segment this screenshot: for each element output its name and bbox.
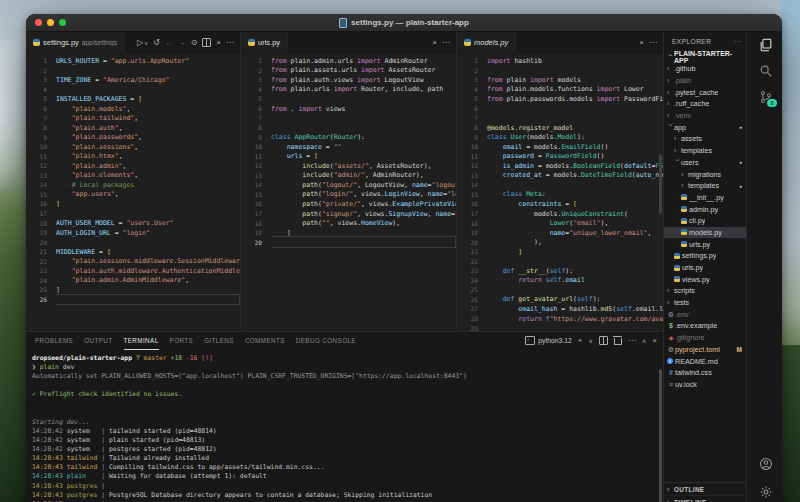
code-line[interactable]: 13········include("admin/", AdminRouter)… [241, 171, 456, 181]
source-control-activity-icon[interactable]: 2 [747, 84, 782, 110]
code-line[interactable]: 20············), [457, 237, 663, 247]
panel-tab-debug-console[interactable]: DEBUG CONSOLE [296, 332, 356, 350]
code-line[interactable]: 23····def __str__(self): [457, 266, 663, 276]
code-line[interactable]: 27········email_hash = hashlib.md5(self.… [457, 304, 663, 314]
close-editor-icon[interactable]: × [639, 39, 644, 47]
code-line[interactable]: 18AUTH_USER_MODEL = "users.User" [26, 218, 240, 228]
code-line[interactable]: 19················name="unique_lower_ema… [457, 228, 663, 238]
file-models-py[interactable]: models.py [664, 227, 746, 239]
code-line[interactable]: 20 [241, 237, 456, 247]
code-line[interactable]: 3from plain.auth.views import LogoutView [241, 75, 456, 85]
code-line[interactable]: 14 [457, 180, 663, 190]
close-panel-icon[interactable]: × [652, 337, 657, 345]
account-icon[interactable] [759, 457, 773, 475]
code-line[interactable]: 14········path("logout/", LogoutView, na… [241, 180, 456, 190]
file-admin-py[interactable]: admin.py [664, 203, 746, 215]
undo-navigation-icon[interactable]: ↺ [153, 39, 160, 47]
code-line[interactable]: 25 [457, 285, 663, 295]
minimize-window-button[interactable] [47, 19, 54, 26]
code-line[interactable]: 6from . import views [241, 104, 456, 114]
file-urls-py[interactable]: urls.py [664, 238, 746, 250]
code-editor-models[interactable]: 1import hashlib23from plain import model… [457, 54, 663, 331]
code-line[interactable]: 16········constraints = [ [457, 199, 663, 209]
code-line[interactable]: 3from plain import models [457, 75, 663, 85]
tab-settings-py[interactable]: settings.py app/settings [26, 32, 125, 53]
code-line[interactable]: 17········path("signup/", views.SignupVi… [241, 209, 456, 219]
file--init-py[interactable]: __init__.py [664, 192, 746, 204]
folder--pytest-cache[interactable]: ›.pytest_cache [664, 86, 746, 98]
more-actions-icon[interactable]: ⋯ [226, 39, 234, 47]
panel-tab-terminal[interactable]: TERMINAL [124, 332, 159, 350]
titlebar[interactable]: settings.py — plain-starter-app [26, 14, 782, 32]
close-window-button[interactable] [35, 19, 42, 26]
folder-tests[interactable]: ›tests [664, 297, 746, 309]
terminal-output[interactable]: dropseed/plain-starter-app ϒ master +18 … [26, 349, 663, 502]
code-line[interactable]: 1from plain.admin.urls import AdminRoute… [241, 56, 456, 66]
panel-more-icon[interactable]: ⋯ [628, 337, 636, 345]
code-line[interactable]: 5from plain.passwords.models import Pass… [457, 94, 663, 104]
code-line[interactable]: 2from plain.assets.urls import AssetsRou… [241, 66, 456, 76]
code-line[interactable]: 16] [26, 199, 240, 209]
folder-assets[interactable]: ›assets [664, 133, 746, 145]
code-line[interactable]: 22 [457, 256, 663, 266]
terminal-dropdown-icon[interactable]: ∨ [589, 338, 593, 344]
file-views-py[interactable]: views.py [664, 273, 746, 285]
code-editor-urls[interactable]: 1from plain.admin.urls import AdminRoute… [241, 54, 456, 331]
code-line[interactable]: 1import hashlib [457, 56, 663, 66]
split-terminal-icon[interactable] [599, 336, 608, 345]
file-uv-lock[interactable]: ≡uv.lock [664, 379, 746, 391]
code-line[interactable]: 21MIDDLEWARE = [ [26, 247, 240, 257]
file--env[interactable]: ⚙.env [664, 308, 746, 320]
code-line[interactable]: 6 [457, 104, 663, 114]
code-line[interactable]: 7····"plain.tailwind", [26, 113, 240, 123]
code-line[interactable]: 10····"plain.sessions", [26, 142, 240, 152]
code-line[interactable]: 15········path("login/", views.LoginView… [241, 190, 456, 200]
code-line[interactable]: 4 [26, 85, 240, 95]
code-line[interactable]: 5INSTALLED_PACKAGES = [ [26, 94, 240, 104]
code-line[interactable]: 3TIME_ZONE = "America/Chicago" [26, 75, 240, 85]
code-line[interactable]: 13····"plain.elements", [26, 171, 240, 181]
folder-templates[interactable]: ›templates● [664, 180, 746, 192]
panel-tab-comments[interactable]: COMMENTS [245, 332, 285, 350]
code-line[interactable]: 19AUTH_LOGIN_URL = "login" [26, 228, 240, 238]
close-editor-icon[interactable]: × [216, 39, 221, 47]
folder-templates[interactable]: ›templates [664, 145, 746, 157]
code-line[interactable]: 21········] [457, 247, 663, 257]
code-line[interactable]: 15····"app.users", [26, 190, 240, 200]
timeline-section[interactable]: › TIMELINE [664, 496, 746, 502]
run-or-debug-icon[interactable]: ⊙ [191, 39, 198, 47]
tab-urls-py[interactable]: urls.py [241, 32, 288, 53]
code-line[interactable]: 20 [26, 237, 240, 247]
folder-app[interactable]: ›app● [664, 121, 746, 133]
split-editor-icon[interactable] [202, 38, 211, 47]
code-line[interactable]: 12····"plain.admin", [26, 161, 240, 171]
settings-gear-icon[interactable] [759, 485, 773, 502]
code-line[interactable]: 6····"plain.models", [26, 104, 240, 114]
code-line[interactable]: 12········include("assets/", AssetsRoute… [241, 161, 456, 171]
file-tailwind-css[interactable]: #tailwind.css [664, 367, 746, 379]
folder--plain[interactable]: ›.plain [664, 75, 746, 87]
code-line[interactable]: 2 [457, 66, 663, 76]
code-line[interactable]: 14····# Local packages [26, 180, 240, 190]
code-line[interactable]: 28········return f"https://www.gravatar.… [457, 314, 663, 324]
code-line[interactable]: 11····password = PasswordField() [457, 151, 663, 161]
code-line[interactable]: 7 [241, 113, 456, 123]
close-editor-icon[interactable]: × [432, 39, 437, 47]
code-line[interactable]: 8 [241, 123, 456, 133]
folder--ruff-cache[interactable]: ›.ruff_cache [664, 98, 746, 110]
outline-section[interactable]: › OUTLINE [664, 483, 746, 496]
panel-tab-problems[interactable]: PROBLEMS [35, 332, 73, 350]
code-editor-settings[interactable]: 1URLS_ROUTER = "app.urls.AppRouter"23TIM… [26, 54, 240, 331]
kill-terminal-icon[interactable] [614, 338, 622, 345]
file-cli-py[interactable]: cli.py [664, 215, 746, 227]
panel-tab-gitlens[interactable]: GITLENS [204, 332, 234, 350]
go-forward-icon[interactable]: → [178, 39, 186, 47]
code-line[interactable]: 7 [457, 113, 663, 123]
terminal-scrollbar[interactable] [659, 369, 662, 502]
search-activity-icon[interactable] [747, 58, 782, 84]
terminal-shell-label[interactable]: python3.12 [525, 336, 572, 345]
maximize-panel-icon[interactable]: ∧ [642, 338, 646, 344]
code-line[interactable]: 9class User(models.Model): [457, 132, 663, 142]
code-line[interactable]: 22····"plain.sessions.middleware.Session… [26, 256, 240, 266]
code-line[interactable]: 26 [26, 295, 240, 305]
